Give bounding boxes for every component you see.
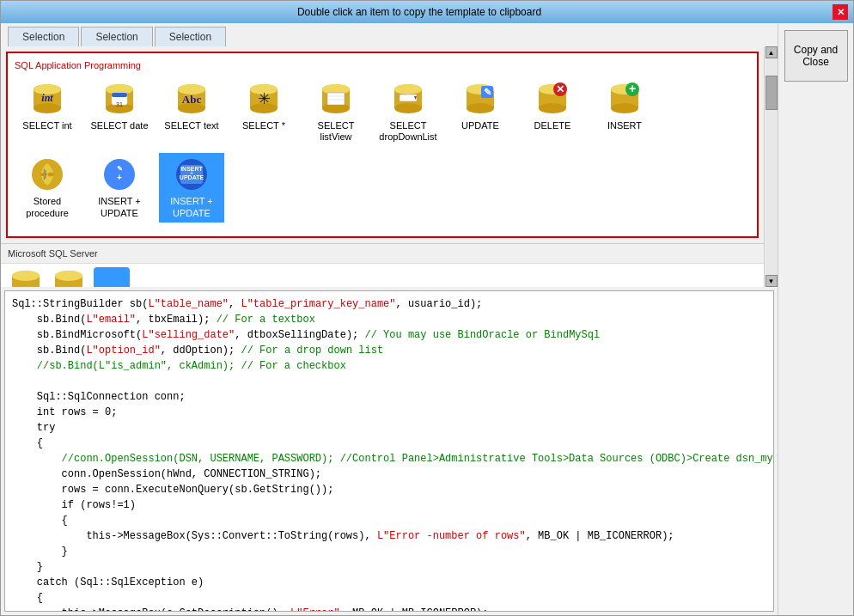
select-text-label: SELECT text bbox=[164, 120, 218, 131]
code-line-6 bbox=[12, 374, 766, 389]
select-int-label: SELECT int bbox=[22, 120, 71, 131]
code-line-14: if (rows!=1) bbox=[12, 497, 766, 513]
sql-section: SQL Application Programming bbox=[6, 52, 759, 238]
select-dropdown-label: SELECT dropDownList bbox=[379, 120, 437, 143]
scrollbar[interactable]: ▲ ▼ bbox=[764, 46, 778, 287]
update-icon: ✎ bbox=[462, 81, 498, 117]
insert-label: INSERT bbox=[607, 120, 642, 131]
svg-rect-26 bbox=[327, 93, 345, 105]
scroll-up-button[interactable]: ▲ bbox=[766, 46, 778, 58]
copy-close-button[interactable]: Copy and Close bbox=[784, 30, 848, 82]
code-line-5: //sb.Bind(L"is_admin", ckAdmin); // For … bbox=[12, 358, 766, 374]
title-bar: Double click an item to copy the templat… bbox=[1, 1, 853, 23]
main-window: Double click an item to copy the templat… bbox=[0, 0, 854, 616]
icon-insert[interactable]: + INSERT bbox=[592, 77, 657, 146]
icon-select-text[interactable]: Abc SELECT text bbox=[159, 77, 224, 146]
close-button[interactable]: ✕ bbox=[833, 4, 848, 20]
icon-select-listview[interactable]: SELECT listView bbox=[303, 77, 369, 146]
code-line-20: { bbox=[12, 590, 766, 606]
window-title: Double click an item to copy the templat… bbox=[6, 6, 833, 18]
svg-point-2 bbox=[34, 103, 61, 113]
insert-update-label: INSERT + UPDATE bbox=[90, 196, 149, 218]
tabs-bar: Selection Selection Selection bbox=[1, 23, 778, 46]
code-line-1: Sql::StringBuilder sb(L"table_name", L"t… bbox=[12, 296, 766, 312]
tab-selection-1[interactable]: Selection bbox=[8, 27, 79, 46]
icon-insert-update[interactable]: ✎ + INSERT + UPDATE bbox=[87, 153, 152, 222]
delete-label: DELETE bbox=[534, 120, 571, 131]
code-editor: Sql::StringBuilder sb(L"table_name", L"t… bbox=[4, 290, 774, 612]
code-line-13: rows = conn.ExecuteNonQuery(sb.GetString… bbox=[12, 482, 766, 497]
svg-point-69 bbox=[55, 271, 82, 281]
sections-wrapper: SQL Application Programming bbox=[1, 46, 778, 287]
right-panel: Copy and Close bbox=[778, 23, 853, 615]
icons-row-2: Stored procedure ✎ + bbox=[15, 153, 750, 222]
svg-point-37 bbox=[467, 103, 494, 113]
stored-proc-label: Stored procedure bbox=[18, 196, 76, 218]
ms-sql-bar: Microsoft SQL Server bbox=[1, 243, 764, 263]
code-line-15: { bbox=[12, 513, 766, 528]
svg-text:✎: ✎ bbox=[117, 165, 123, 173]
icon-insert-update-selected[interactable]: INSERT UPDATE + INSERT + UPDATE bbox=[159, 153, 224, 222]
icon-select-date[interactable]: 31 SELECT date bbox=[87, 77, 152, 146]
icon-select-star[interactable]: ✳ SELECT * bbox=[231, 77, 296, 146]
code-line-7: Sql::SqlConnection conn; bbox=[12, 389, 766, 405]
code-line-11: //conn.OpenSession(DSN, USERNAME, PASSWO… bbox=[12, 451, 766, 467]
svg-text:✎: ✎ bbox=[484, 87, 491, 97]
icon-delete[interactable]: ✕ DELETE bbox=[520, 77, 585, 146]
svg-text:✕: ✕ bbox=[556, 83, 564, 95]
svg-point-49 bbox=[611, 103, 638, 113]
scroll-track bbox=[766, 58, 778, 275]
svg-point-43 bbox=[539, 103, 566, 113]
update-label: UPDATE bbox=[461, 120, 499, 131]
insert-update-selected-icon: INSERT UPDATE + bbox=[174, 156, 210, 192]
svg-text:+: + bbox=[190, 170, 193, 176]
ms-sql-icons bbox=[1, 263, 764, 287]
insert-update-selected-label: INSERT + UPDATE bbox=[162, 196, 221, 218]
svg-text:Abc: Abc bbox=[182, 93, 202, 106]
sql-section-title: SQL Application Programming bbox=[15, 60, 750, 70]
svg-point-65 bbox=[12, 271, 40, 281]
select-listview-icon bbox=[318, 81, 354, 117]
icon-update[interactable]: ✎ UPDATE bbox=[448, 77, 513, 146]
tab-selection-2[interactable]: Selection bbox=[81, 27, 152, 46]
svg-text:+: + bbox=[629, 82, 636, 95]
select-dropdown-icon bbox=[390, 81, 426, 117]
ms-sql-icon-1 bbox=[8, 267, 44, 287]
ms-sql-icon-2 bbox=[51, 267, 87, 287]
code-line-9: try bbox=[12, 420, 766, 436]
icon-select-dropdown[interactable]: SELECT dropDownList bbox=[375, 77, 441, 146]
icon-select-int[interactable]: int SELECT int bbox=[15, 77, 80, 146]
select-date-icon: 31 bbox=[101, 81, 137, 117]
select-star-label: SELECT * bbox=[242, 120, 285, 131]
sections-content: SQL Application Programming bbox=[1, 46, 764, 287]
svg-text:✳: ✳ bbox=[258, 90, 271, 107]
svg-text:+: + bbox=[117, 173, 122, 182]
code-line-18: } bbox=[12, 559, 766, 575]
svg-text:int: int bbox=[41, 92, 53, 104]
code-line-16: this->MessageBox(Sys::Convert::ToString(… bbox=[12, 528, 766, 544]
main-content: Selection Selection Selection SQL Applic… bbox=[1, 23, 853, 615]
code-line-17: } bbox=[12, 544, 766, 559]
code-line-2: sb.Bind(L"email", tbxEmail); // For a te… bbox=[12, 312, 766, 327]
ms-sql-label: Microsoft SQL Server bbox=[8, 248, 98, 259]
scroll-thumb[interactable] bbox=[766, 76, 778, 110]
code-line-12: conn.OpenSession(hWnd, CONNECTION_STRING… bbox=[12, 467, 766, 482]
svg-text:31: 31 bbox=[116, 101, 123, 107]
select-star-icon: ✳ bbox=[246, 81, 282, 117]
ms-sql-icon-3 bbox=[94, 267, 130, 287]
scroll-down-button[interactable]: ▼ bbox=[766, 275, 778, 287]
select-int-icon: int bbox=[29, 81, 65, 117]
icon-stored-proc[interactable]: Stored procedure bbox=[15, 153, 80, 222]
code-line-4: sb.Bind(L"option_id", ddOption); // For … bbox=[12, 343, 766, 358]
select-listview-label: SELECT listView bbox=[307, 120, 365, 143]
insert-icon: + bbox=[607, 81, 643, 117]
insert-update-icon: ✎ + bbox=[101, 156, 137, 192]
stored-proc-icon bbox=[29, 156, 65, 192]
code-line-8: int rows = 0; bbox=[12, 405, 766, 420]
tab-selection-3[interactable]: Selection bbox=[155, 27, 226, 46]
code-line-19: catch (Sql::SqlException e) bbox=[12, 575, 766, 590]
code-line-10: { bbox=[12, 436, 766, 451]
icons-row-1: int SELECT int bbox=[15, 77, 750, 146]
code-line-21: this->MessageBox(e.GetDescription(), L"E… bbox=[12, 606, 766, 612]
left-panel: Selection Selection Selection SQL Applic… bbox=[1, 23, 778, 615]
